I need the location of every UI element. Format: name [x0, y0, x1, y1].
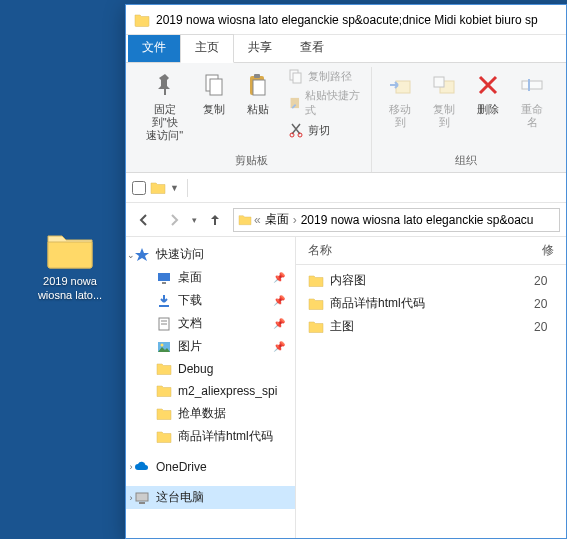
svg-rect-4	[254, 74, 260, 78]
forward-button[interactable]	[162, 208, 186, 232]
sidebar-downloads[interactable]: 下载 📌	[126, 289, 295, 312]
chevron-icon: «	[254, 213, 261, 227]
content-area: ⌄ 快速访问 桌面 📌 下载 📌 文档 📌	[126, 237, 566, 538]
column-modified[interactable]: 修	[530, 242, 566, 259]
tab-share[interactable]: 共享	[234, 35, 286, 62]
copyto-icon	[428, 69, 460, 101]
folder-icon	[46, 230, 94, 270]
dropdown-icon[interactable]: ▼	[170, 183, 179, 193]
svg-rect-0	[164, 88, 166, 95]
list-item[interactable]: 内容图 20	[296, 269, 566, 292]
ribbon-group-clipboard: 固定到"快 速访问" 复制 粘贴 复制路	[132, 67, 372, 172]
pin-icon: 📌	[273, 295, 285, 306]
ribbon: 固定到"快 速访问" 复制 粘贴 复制路	[126, 63, 566, 173]
copy-icon	[198, 69, 230, 101]
sidebar-thispc[interactable]: › 这台电脑	[126, 486, 295, 509]
list-item[interactable]: 商品详情html代码 20	[296, 292, 566, 315]
pin-button[interactable]: 固定到"快 速访问"	[138, 67, 192, 144]
pin-icon: 📌	[273, 272, 285, 283]
sidebar-qiang[interactable]: 抢单数据	[126, 402, 295, 425]
select-all-checkbox[interactable]	[132, 181, 146, 195]
cloud-icon	[134, 459, 150, 475]
sidebar-desktop[interactable]: 桌面 📌	[126, 266, 295, 289]
desktop-folder-label: 2019 nowa wiosna lato...	[30, 274, 110, 302]
copypath-button[interactable]: 复制路径	[284, 67, 365, 85]
column-name[interactable]: 名称	[296, 242, 530, 259]
copyto-button[interactable]: 复制到	[422, 67, 466, 131]
svg-rect-15	[528, 79, 530, 91]
computer-icon	[134, 490, 150, 506]
pin-icon: 📌	[273, 318, 285, 329]
svg-rect-14	[522, 81, 542, 89]
svg-rect-16	[158, 273, 170, 281]
quick-toolbar: ▼	[126, 173, 566, 203]
history-dropdown-icon[interactable]: ▾	[192, 215, 197, 225]
desktop-folder-icon[interactable]: 2019 nowa wiosna lato...	[30, 230, 110, 302]
desktop-icon	[156, 270, 172, 286]
sidebar-debug[interactable]: Debug	[126, 358, 295, 380]
clipboard-group-label: 剪贴板	[235, 151, 268, 172]
sidebar-quickaccess[interactable]: ⌄ 快速访问	[126, 243, 295, 266]
document-icon	[156, 316, 172, 332]
list-item[interactable]: 主图 20	[296, 315, 566, 338]
svg-point-23	[161, 343, 164, 346]
svg-rect-18	[159, 305, 169, 307]
address-box[interactable]: « 桌面 › 2019 nowa wiosna lato eleganckie …	[233, 208, 560, 232]
copy-button[interactable]: 复制	[192, 67, 236, 118]
svg-rect-11	[396, 81, 410, 93]
folder-icon	[156, 383, 172, 399]
pin-icon	[149, 69, 181, 101]
folder-icon	[308, 274, 324, 288]
pasteshortcut-icon	[288, 95, 302, 111]
chevron-right-icon: ›	[293, 213, 297, 227]
folder-icon	[156, 361, 172, 377]
navigation-sidebar: ⌄ 快速访问 桌面 📌 下载 📌 文档 📌	[126, 237, 296, 538]
sidebar-documents[interactable]: 文档 📌	[126, 312, 295, 335]
sidebar-m2[interactable]: m2_aliexpress_spi	[126, 380, 295, 402]
moveto-button[interactable]: 移动到	[378, 67, 422, 131]
breadcrumb-desktop[interactable]: 桌面	[263, 211, 291, 228]
arrow-left-icon	[136, 212, 152, 228]
rename-icon	[516, 69, 548, 101]
tab-file[interactable]: 文件	[128, 35, 180, 62]
folder-icon	[150, 181, 166, 195]
back-button[interactable]	[132, 208, 156, 232]
sidebar-pictures[interactable]: 图片 📌	[126, 335, 295, 358]
paste-button[interactable]: 粘贴	[236, 67, 280, 118]
file-list: 内容图 20 商品详情html代码 20 主图 20	[296, 265, 566, 538]
pasteshortcut-button[interactable]: 粘贴快捷方式	[284, 87, 365, 119]
arrow-right-icon	[166, 212, 182, 228]
moveto-icon	[384, 69, 416, 101]
pictures-icon	[156, 339, 172, 355]
sidebar-detail[interactable]: 商品详情html代码	[126, 425, 295, 448]
svg-rect-2	[210, 79, 222, 95]
svg-rect-7	[293, 73, 301, 83]
folder-icon	[134, 13, 150, 27]
tab-view[interactable]: 查看	[286, 35, 338, 62]
folder-icon	[238, 214, 252, 226]
breadcrumb-current[interactable]: 2019 nowa wiosna lato eleganckie sp&oacu	[299, 213, 536, 227]
cut-button[interactable]: 剪切	[284, 121, 365, 139]
organize-group-label: 组织	[455, 151, 477, 172]
tab-home[interactable]: 主页	[180, 34, 234, 63]
delete-icon	[472, 69, 504, 101]
svg-rect-13	[434, 77, 444, 87]
paste-icon	[242, 69, 274, 101]
window-title: 2019 nowa wiosna lato eleganckie sp&oacu…	[156, 13, 538, 27]
arrow-up-icon	[207, 212, 223, 228]
folder-icon	[156, 406, 172, 422]
svg-rect-24	[136, 493, 148, 501]
copypath-icon	[288, 68, 304, 84]
up-button[interactable]	[203, 208, 227, 232]
address-bar: ▾ « 桌面 › 2019 nowa wiosna lato elegancki…	[126, 203, 566, 237]
pin-icon: 📌	[273, 341, 285, 352]
rename-button[interactable]: 重命名	[510, 67, 554, 131]
sidebar-onedrive[interactable]: › OneDrive	[126, 456, 295, 478]
delete-button[interactable]: 删除	[466, 67, 510, 118]
titlebar: 2019 nowa wiosna lato eleganckie sp&oacu…	[126, 5, 566, 35]
cut-icon	[288, 122, 304, 138]
star-icon	[134, 247, 150, 263]
folder-icon	[308, 297, 324, 311]
separator	[187, 179, 188, 197]
download-icon	[156, 293, 172, 309]
